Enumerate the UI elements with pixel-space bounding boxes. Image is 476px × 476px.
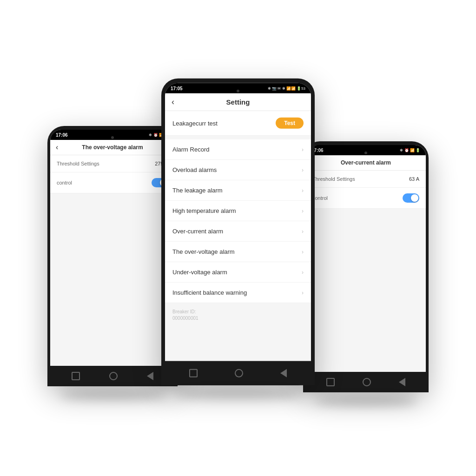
- right-phone-screen: 17:06 ✻ ⏰ 📶 🔋 ‹ Over-current alarm Thres…: [306, 145, 426, 372]
- right-title: Over-current alarm: [341, 159, 391, 166]
- menu-item-overload-alarms[interactable]: Overload alarms ›: [165, 160, 311, 180]
- right-nav-bar: [303, 372, 429, 392]
- center-nav-bar: [161, 361, 315, 385]
- left-time: 17:06: [56, 132, 68, 138]
- right-nav-back[interactable]: [399, 378, 405, 386]
- center-back-button[interactable]: ‹: [172, 97, 174, 107]
- phone-left: 17:06 ✻ ⏰ 📶 🔋 ‹ The over-voltage alarm T…: [47, 126, 178, 386]
- left-control-row: control: [50, 172, 175, 193]
- right-status-icons: ✻ ⏰ 📶 🔋: [400, 148, 420, 152]
- menu-item-over-current[interactable]: Over-current alarm ›: [165, 221, 311, 242]
- menu-label-over-voltage: The over-voltage alarm: [172, 248, 235, 255]
- phone-center: 17:05 ✻ 📷 ✉ ✻ 📶📶 🔋53 ‹ Setting Leakagecu…: [161, 79, 315, 385]
- right-threshold-value: 63 A: [409, 176, 419, 182]
- left-nav-back[interactable]: [147, 372, 153, 380]
- balance-warning-arrow: ›: [302, 289, 304, 296]
- left-header: ‹ The over-voltage alarm: [50, 140, 175, 155]
- right-threshold-row: Threshold Settings 63 A: [306, 171, 426, 188]
- menu-label-high-temp: High temperature alarm: [172, 207, 236, 214]
- leakage-test-row: Leakagecurr test Test: [165, 111, 311, 136]
- left-nav-circle[interactable]: [109, 372, 118, 380]
- center-nav-square[interactable]: [189, 369, 198, 377]
- menu-item-leakage-alarm[interactable]: The leakage alarm ›: [165, 180, 311, 201]
- menu-label-under-voltage: Under-voltage alarm: [172, 269, 227, 276]
- menu-item-balance-warning[interactable]: Insufficient balance warning ›: [165, 283, 311, 303]
- menu-item-alarm-record[interactable]: Alarm Record ›: [165, 139, 311, 160]
- left-control-label: control: [57, 180, 72, 185]
- center-title: Setting: [226, 98, 250, 106]
- center-phone-screen: 17:05 ✻ 📷 ✉ ✻ 📶📶 🔋53 ‹ Setting Leakagecu…: [165, 83, 311, 361]
- center-nav-circle[interactable]: [235, 369, 243, 377]
- left-phone-shadow: [60, 391, 165, 400]
- test-button[interactable]: Test: [276, 118, 304, 129]
- over-current-arrow: ›: [302, 228, 304, 234]
- phone-right: 17:06 ✻ ⏰ 📶 🔋 ‹ Over-current alarm Thres…: [303, 141, 429, 392]
- center-status-icons: ✻ 📷 ✉ ✻ 📶📶 🔋53: [268, 86, 305, 90]
- overload-alarms-arrow: ›: [302, 166, 304, 173]
- menu-label-alarm-record: Alarm Record: [172, 146, 209, 153]
- leakage-label: Leakagecurr test: [172, 119, 218, 126]
- menu-label-leakage-alarm: The leakage alarm: [172, 187, 223, 194]
- menu-label-over-current: Over-current alarm: [172, 228, 223, 235]
- center-phone-shadow: [177, 390, 299, 399]
- scene: 17:06 ✻ ⏰ 📶 🔋 ‹ The over-voltage alarm T…: [38, 57, 438, 419]
- right-header: ‹ Over-current alarm: [306, 155, 426, 171]
- menu-list: Alarm Record › Overload alarms › The lea…: [165, 139, 311, 303]
- menu-label-overload-alarms: Overload alarms: [172, 166, 217, 173]
- left-back-button[interactable]: ‹: [56, 143, 58, 152]
- right-control-row: control: [306, 188, 426, 209]
- right-phone-shadow: [316, 397, 416, 406]
- center-time: 17:05: [171, 86, 183, 91]
- menu-label-balance-warning: Insufficient balance warning: [172, 289, 247, 296]
- breaker-id-section: Breaker ID: 0000000001: [165, 303, 311, 327]
- left-threshold-label: Threshold Settings: [57, 161, 99, 166]
- menu-item-over-voltage[interactable]: The over-voltage alarm ›: [165, 242, 311, 262]
- left-phone-screen: 17:06 ✻ ⏰ 📶 🔋 ‹ The over-voltage alarm T…: [50, 130, 175, 366]
- right-nav-square[interactable]: [326, 378, 335, 386]
- right-nav-circle[interactable]: [363, 378, 371, 386]
- under-voltage-arrow: ›: [302, 269, 304, 275]
- menu-item-high-temp[interactable]: High temperature alarm ›: [165, 201, 311, 221]
- left-camera: [111, 136, 114, 139]
- right-camera: [364, 152, 367, 154]
- high-temp-arrow: ›: [302, 207, 304, 214]
- right-threshold-label: Threshold Settings: [312, 176, 355, 182]
- breaker-id-value: 0000000001: [172, 315, 304, 322]
- over-voltage-arrow: ›: [302, 248, 304, 255]
- center-nav-back[interactable]: [280, 369, 287, 377]
- center-camera: [237, 90, 239, 93]
- alarm-record-arrow: ›: [302, 146, 304, 152]
- menu-item-under-voltage[interactable]: Under-voltage alarm ›: [165, 262, 311, 283]
- breaker-id-label: Breaker ID:: [172, 309, 304, 315]
- left-threshold-row: Threshold Settings 275 V: [50, 155, 175, 172]
- right-control-toggle[interactable]: [403, 193, 419, 203]
- left-nav-bar: [47, 366, 178, 386]
- center-header: ‹ Setting: [165, 93, 311, 111]
- leakage-alarm-arrow: ›: [302, 187, 304, 193]
- left-nav-square[interactable]: [72, 372, 80, 380]
- left-title: The over-voltage alarm: [82, 144, 143, 151]
